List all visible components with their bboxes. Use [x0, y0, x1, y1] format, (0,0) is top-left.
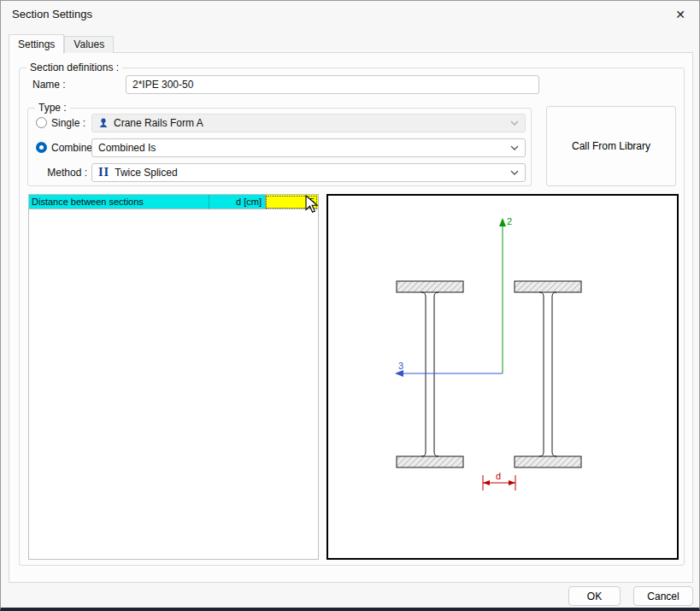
axis-3: 3: [395, 361, 503, 377]
group-type: Type : Single : Crane Rails Form A: [27, 108, 532, 186]
dialog-section-settings: Section Settings ✕ Settings Values Secti…: [0, 0, 700, 611]
method-label: Method :: [28, 167, 87, 179]
ok-button[interactable]: OK: [568, 586, 621, 606]
section-preview: 2 3 d: [326, 194, 679, 560]
combined-section-combo-value: Combined Is: [98, 142, 156, 154]
i-beam-left: [397, 281, 463, 467]
window-title: Section Settings: [12, 8, 92, 21]
titlebar: Section Settings ✕: [1, 1, 699, 28]
chevron-down-icon: [510, 120, 519, 126]
axis-3-label: 3: [398, 361, 403, 371]
method-combo-value: Twice Spliced: [115, 167, 177, 179]
combined-section-combo[interactable]: Combined Is: [91, 138, 526, 157]
call-from-library-button[interactable]: Call From Library: [546, 106, 676, 186]
dimension-d: d: [483, 471, 515, 491]
dimension-d-label: d: [496, 471, 501, 481]
chevron-down-icon: [510, 145, 519, 150]
method-combo[interactable]: II Twice Spliced: [91, 163, 526, 182]
chevron-down-icon: [510, 170, 519, 175]
name-input[interactable]: [126, 75, 539, 94]
group-section-definitions-label: Section definitions :: [26, 62, 122, 73]
group-type-label: Type :: [35, 102, 70, 114]
twice-spliced-icon: II: [98, 167, 109, 178]
single-section-combo-value: Crane Rails Form A: [114, 117, 203, 129]
tabstrip: Settings Values: [9, 33, 114, 53]
tab-settings[interactable]: Settings: [9, 34, 64, 54]
param-unit-cell: d [cm]: [209, 195, 265, 209]
name-label: Name :: [32, 79, 66, 91]
i-beam-right: [515, 281, 581, 467]
tab-panel-settings: Section definitions : Name : Type : Sing…: [9, 52, 693, 583]
section-drawing: 2 3 d: [328, 196, 677, 558]
close-icon: ✕: [675, 8, 685, 21]
axis-2-arrow-icon: [499, 218, 506, 226]
parameters-table: Distance between sections d [cm] 5: [28, 194, 319, 560]
param-name-cell: Distance between sections: [29, 195, 209, 209]
cancel-button[interactable]: Cancel: [633, 586, 693, 606]
single-radio[interactable]: [36, 117, 47, 128]
combined-radio[interactable]: [36, 142, 47, 153]
tab-values[interactable]: Values: [64, 36, 114, 53]
crane-rail-icon: [98, 118, 109, 128]
axis-3-arrow-icon: [395, 370, 403, 377]
close-button[interactable]: ✕: [666, 4, 695, 25]
group-section-definitions: Section definitions : Name : Type : Sing…: [19, 68, 685, 566]
single-label: Single :: [51, 117, 85, 129]
param-value-cell[interactable]: 5: [265, 195, 318, 209]
single-section-combo[interactable]: Crane Rails Form A: [91, 114, 526, 132]
axis-2-label: 2: [507, 216, 512, 226]
table-row[interactable]: Distance between sections d [cm] 5: [29, 195, 318, 209]
axis-2: 2: [499, 216, 512, 373]
